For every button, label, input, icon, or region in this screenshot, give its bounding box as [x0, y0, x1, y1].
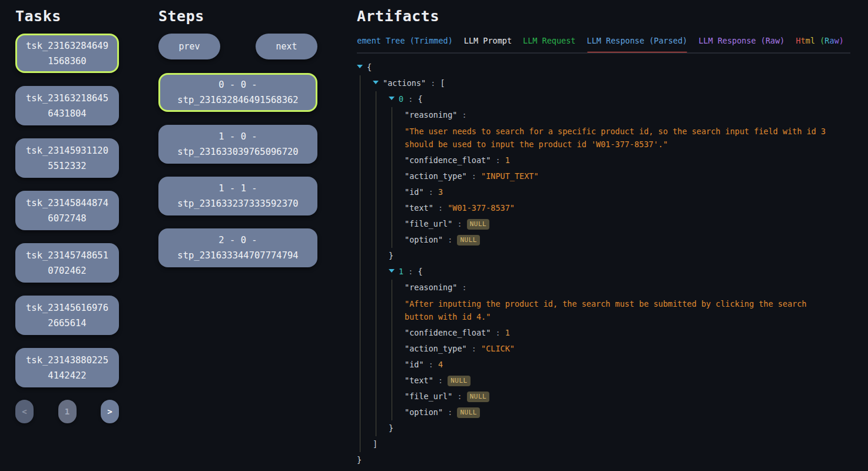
json-row: "file_url" : NULL	[357, 216, 850, 232]
json-row-content: "option" : NULL	[405, 406, 850, 419]
collapse-arrow-icon[interactable]	[389, 266, 399, 278]
json-token: :	[403, 94, 418, 104]
indent-guide	[373, 218, 389, 230]
indent-guide	[357, 170, 373, 183]
tab-llm-request[interactable]: LLM Request	[523, 34, 575, 52]
json-row-content: "file_url" : NULL	[405, 390, 850, 403]
json-row-content: "confidence_float" : 1	[405, 327, 850, 339]
json-row: "The user needs to search for a specific…	[357, 123, 850, 152]
tab-llm-response-raw[interactable]: LLM Response (Raw)	[698, 34, 784, 52]
json-token: :	[433, 203, 448, 213]
rainbow-char	[815, 36, 820, 45]
json-row: "confidence_float" : 1	[357, 325, 850, 341]
pagination-next-button[interactable]: >	[101, 400, 119, 423]
indent-guide	[389, 359, 405, 371]
json-row: "reasoning" :	[357, 280, 850, 296]
json-token: 3	[438, 187, 443, 197]
json-token: :	[457, 283, 466, 292]
json-token: "text"	[405, 376, 433, 385]
indent-guide	[373, 125, 389, 151]
task-item[interactable]: tsk_231456169762665614	[15, 296, 119, 335]
json-token: "action_type"	[405, 344, 467, 353]
tab-llm-prompt[interactable]: LLM Prompt	[464, 34, 512, 52]
task-item[interactable]: tsk_231632846491568360	[15, 34, 119, 73]
collapse-arrow-icon[interactable]	[389, 93, 399, 105]
task-item[interactable]: tsk_231459311205512332	[15, 138, 119, 178]
json-row-content: }	[389, 250, 850, 262]
json-row: "action_type" : "CLICK"	[357, 341, 850, 357]
indent-guide	[357, 281, 373, 294]
json-row-content: 0 : {	[399, 93, 850, 105]
json-token: "file_url"	[405, 392, 452, 401]
json-token: "id"	[405, 187, 424, 197]
indent-guide	[373, 186, 389, 198]
json-row-content: }	[389, 422, 850, 434]
next-step-button[interactable]: next	[256, 34, 317, 59]
json-token: 0	[399, 94, 403, 104]
json-row: "id" : 4	[357, 357, 850, 373]
indent-guide	[389, 297, 405, 323]
tab-llm-response-parsed[interactable]: LLM Response (Parsed)	[587, 34, 688, 52]
step-item[interactable]: 0 - 0 - stp_231632846491568362	[158, 73, 317, 112]
json-token: {	[418, 267, 423, 276]
json-viewer: {"actions" : [0 : {"reasoning" : "The us…	[357, 59, 850, 468]
task-item[interactable]: tsk_231458448746072748	[15, 191, 119, 230]
step-item[interactable]: 1 - 0 - stp_231633039765096720	[158, 125, 317, 164]
indent-guide	[389, 154, 405, 167]
json-row: "confidence_float" : 1	[357, 152, 850, 168]
step-item[interactable]: 2 - 0 - stp_231633344707774794	[158, 228, 317, 267]
json-row: "id" : 3	[357, 184, 850, 200]
task-item[interactable]: tsk_231438802254142422	[15, 348, 119, 387]
prev-step-button[interactable]: prev	[158, 34, 220, 59]
indent-guide	[373, 250, 389, 262]
json-row-content: "action_type" : "INPUT_TEXT"	[405, 170, 850, 183]
json-token: {	[418, 94, 423, 104]
tab-html-raw[interactable]: Html (Raw)	[796, 34, 844, 52]
json-token: 4	[438, 360, 443, 369]
collapse-arrow-icon[interactable]	[373, 77, 383, 89]
indent-guide	[389, 234, 405, 246]
json-token: "The user needs to search for a specific…	[405, 127, 826, 149]
indent-guide	[389, 125, 405, 151]
tab-element-tree-trimmed[interactable]: Element Tree (Trimmed)	[357, 34, 453, 52]
json-token: 1	[505, 328, 510, 337]
indent-guide	[357, 186, 373, 198]
task-item[interactable]: tsk_231457486510702462	[15, 243, 119, 283]
json-token: :	[457, 110, 466, 120]
json-row: }	[357, 248, 850, 264]
indent-guide	[389, 281, 405, 294]
artifacts-panel: Artifacts Element Tree (Trimmed)LLM Prom…	[357, 0, 850, 468]
json-row-content: "id" : 4	[405, 359, 850, 371]
json-row-content: "text" : "W01-377-8537"	[405, 202, 850, 214]
collapse-arrow-icon[interactable]	[357, 61, 367, 74]
json-token: :	[403, 267, 418, 276]
json-row: "action_type" : "INPUT_TEXT"	[357, 168, 850, 184]
null-badge: NULL	[457, 235, 480, 246]
json-token: }	[389, 251, 393, 260]
json-row: }	[357, 420, 850, 436]
indent-guide	[373, 109, 389, 121]
indent-guide	[357, 422, 373, 434]
indent-guide	[373, 390, 389, 403]
task-item[interactable]: tsk_231632186456431804	[15, 86, 119, 125]
artifact-tabs: Element Tree (Trimmed)LLM PromptLLM Requ…	[357, 34, 850, 54]
tasks-pagination: < 1 >	[15, 400, 119, 423]
step-item[interactable]: 1 - 1 - stp_231633237333592370	[158, 177, 317, 215]
indent-guide	[373, 281, 389, 294]
json-token: "actions"	[383, 78, 426, 88]
artifacts-title: Artifacts	[357, 0, 850, 25]
task-list: tsk_231632846491568360tsk_23163218645643…	[15, 34, 119, 387]
pagination-prev-button[interactable]: <	[15, 400, 34, 423]
indent-guide	[357, 77, 373, 89]
json-row-content: }	[357, 454, 850, 466]
indent-guide	[357, 250, 373, 262]
rainbow-char: )	[839, 36, 844, 45]
indent-guide	[357, 93, 373, 105]
json-token: "After inputting the product id, the sea…	[405, 299, 807, 321]
rainbow-char: a	[829, 36, 834, 45]
indent-guide	[373, 406, 389, 419]
json-token: "confidence_float"	[405, 155, 491, 165]
pagination-page-button[interactable]: 1	[58, 400, 77, 423]
triangle-down-icon	[389, 269, 395, 273]
json-row: "After inputting the product id, the sea…	[357, 296, 850, 325]
